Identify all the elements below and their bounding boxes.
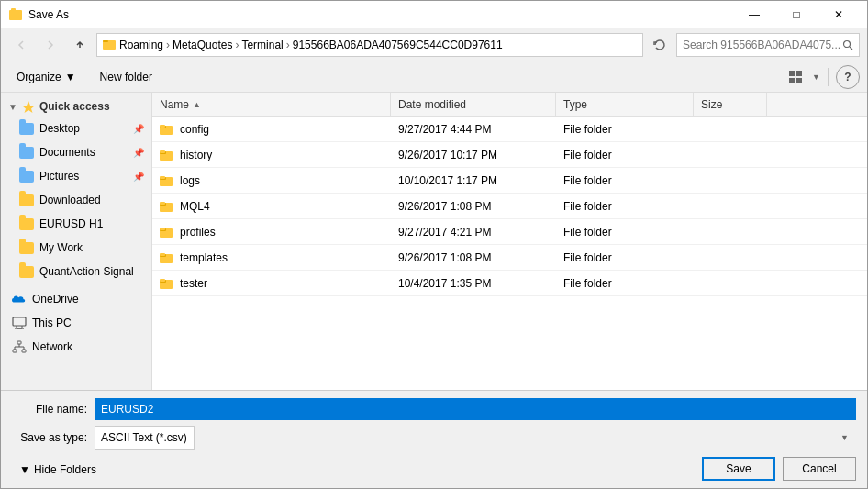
pin-icon-desktop: 📌 (133, 124, 144, 134)
downloaded-folder-icon (19, 193, 34, 207)
svg-rect-27 (160, 202, 165, 205)
svg-line-5 (850, 47, 852, 50)
sidebar-item-downloaded[interactable]: Downloaded (1, 188, 151, 212)
file-size-cell (694, 151, 767, 159)
table-row[interactable]: profiles 9/27/2017 4:21 PM File folder (152, 219, 867, 245)
sidebar-item-mywork[interactable]: My Work (1, 236, 151, 260)
back-button[interactable] (8, 34, 34, 56)
pictures-folder-icon (19, 169, 34, 183)
folder-icon (160, 174, 174, 187)
file-type-cell: File folder (556, 145, 694, 165)
table-row[interactable]: logs 10/10/2017 1:17 PM File folder (152, 168, 867, 194)
file-size-cell (694, 177, 767, 184)
file-list-container: Name ▲ Date modified Type Size (152, 93, 867, 390)
eurusd-folder-icon (19, 217, 34, 231)
file-name: MQL4 (180, 200, 210, 213)
quick-access-header[interactable]: ▼ Quick access (1, 96, 151, 117)
sidebar-item-quantaction[interactable]: QuantAction Signal (1, 260, 151, 283)
cancel-label: Cancel (802, 462, 836, 475)
sidebar-item-network[interactable]: Network (1, 335, 151, 359)
file-date-cell: 10/4/2017 1:35 PM (391, 273, 556, 294)
folder-icon (160, 251, 174, 264)
table-row[interactable]: MQL4 9/26/2017 1:08 PM File folder (152, 194, 867, 219)
organize-button[interactable]: Organize ▼ (8, 67, 84, 87)
folder-icon (160, 200, 174, 213)
address-path-box[interactable]: Roaming › MetaQuotes › Terminal › 915566… (96, 33, 643, 57)
table-row[interactable]: templates 9/26/2017 1:08 PM File folder (152, 245, 867, 271)
sidebar-item-onedrive-label: OneDrive (32, 293, 144, 306)
svg-rect-18 (160, 125, 165, 128)
col-header-date[interactable]: Date modified (391, 93, 556, 116)
svg-rect-15 (22, 350, 26, 352)
savetype-wrapper: ASCII Text (*.csv) (95, 426, 856, 450)
documents-folder-icon (19, 145, 34, 160)
close-button[interactable]: ✕ (818, 1, 860, 28)
organize-arrow: ▼ (65, 71, 76, 83)
forward-button[interactable] (38, 34, 63, 56)
sidebar-item-pictures[interactable]: Pictures 📌 (1, 164, 151, 188)
address-bar: Roaming › MetaQuotes › Terminal › 915566… (1, 28, 867, 61)
folder-icon (160, 149, 174, 161)
sidebar: ▼ Quick access Desktop 📌 (1, 93, 152, 390)
hide-folders-label: Hide Folders (34, 463, 96, 476)
file-name: history (180, 149, 212, 161)
sidebar-item-thispc[interactable]: This PC (1, 311, 151, 335)
file-date-cell: 9/26/2017 1:08 PM (391, 248, 556, 268)
svg-rect-1 (11, 8, 16, 11)
buttons-row: ▼ Hide Folders Save Cancel (12, 457, 856, 481)
table-row[interactable]: config 9/27/2017 4:44 PM File folder (152, 117, 867, 142)
svg-rect-0 (9, 10, 22, 20)
desktop-folder-icon (19, 121, 34, 136)
hide-folders-button[interactable]: ▼ Hide Folders (12, 460, 104, 480)
search-input[interactable] (683, 39, 842, 51)
minimize-button[interactable]: — (733, 1, 775, 28)
filename-input[interactable] (95, 398, 856, 420)
sidebar-item-eurusd-label: EURUSD H1 (39, 217, 144, 230)
file-date-cell: 9/26/2017 1:08 PM (391, 196, 556, 217)
table-row[interactable]: history 9/26/2017 10:17 PM File folder (152, 142, 867, 168)
file-type-cell: File folder (556, 222, 694, 242)
filename-label: File name: (12, 403, 95, 416)
refresh-button[interactable] (647, 33, 673, 57)
dialog-title: Save As (28, 8, 733, 21)
col-header-size[interactable]: Size (694, 93, 767, 116)
sidebar-item-network-label: Network (32, 340, 144, 353)
dialog-save-as: Save As — □ ✕ Roaming › MetaQuotes (0, 0, 868, 489)
svg-marker-10 (22, 101, 35, 113)
col-date-label: Date modified (398, 98, 466, 111)
view-icon (788, 70, 803, 84)
svg-rect-8 (789, 78, 795, 83)
file-size-cell (694, 228, 767, 236)
main-content: ▼ Quick access Desktop 📌 (1, 93, 867, 390)
quick-access-arrow: ▼ (8, 102, 17, 112)
sidebar-item-eurusd[interactable]: EURUSD H1 (1, 212, 151, 236)
sidebar-item-desktop[interactable]: Desktop 📌 (1, 117, 151, 140)
file-name-cell: history (152, 145, 391, 165)
col-header-name[interactable]: Name ▲ (152, 93, 391, 116)
filename-row: File name: (12, 398, 856, 420)
savetype-select[interactable]: ASCII Text (*.csv) (95, 426, 195, 450)
network-icon (12, 339, 27, 354)
sidebar-item-onedrive[interactable]: OneDrive (1, 287, 151, 311)
save-button[interactable]: Save (702, 457, 775, 481)
bottom-bar: File name: Save as type: ASCII Text (*.c… (1, 390, 867, 488)
search-icon (842, 39, 853, 50)
thispc-icon (12, 316, 27, 330)
table-row[interactable]: tester 10/4/2017 1:35 PM File folder (152, 271, 867, 296)
view-button[interactable] (783, 65, 808, 89)
help-button[interactable]: ? (836, 65, 860, 89)
file-type-cell: File folder (556, 119, 694, 139)
path-hash: 915566BA06ADA407569C544CC0D97611 (293, 39, 503, 51)
col-header-type[interactable]: Type (556, 93, 694, 116)
cancel-button[interactable]: Cancel (783, 457, 856, 481)
file-date-cell: 9/27/2017 4:21 PM (391, 222, 556, 242)
file-rows: config 9/27/2017 4:44 PM File folder his… (152, 117, 867, 296)
up-button[interactable] (67, 34, 93, 56)
search-box[interactable] (676, 33, 860, 57)
window-controls: — □ ✕ (733, 1, 860, 28)
maximize-button[interactable]: □ (775, 1, 818, 28)
sidebar-item-documents[interactable]: Documents 📌 (1, 140, 151, 164)
save-label: Save (726, 462, 751, 475)
sort-arrow-name: ▲ (193, 100, 201, 109)
new-folder-button[interactable]: New folder (92, 67, 161, 87)
